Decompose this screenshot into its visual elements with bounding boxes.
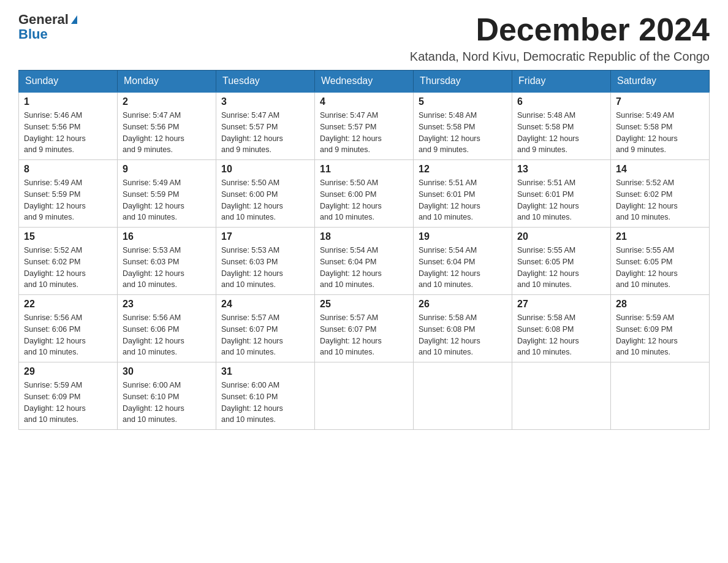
calendar-cell: 12Sunrise: 5:51 AMSunset: 6:01 PMDayligh… bbox=[414, 160, 512, 228]
day-number: 26 bbox=[419, 299, 507, 310]
day-info: Sunrise: 5:46 AMSunset: 5:56 PMDaylight:… bbox=[24, 110, 112, 156]
calendar-cell: 21Sunrise: 5:55 AMSunset: 6:05 PMDayligh… bbox=[611, 228, 710, 295]
calendar-cell: 23Sunrise: 5:56 AMSunset: 6:06 PMDayligh… bbox=[118, 295, 216, 362]
calendar-cell: 16Sunrise: 5:53 AMSunset: 6:03 PMDayligh… bbox=[118, 228, 216, 295]
calendar-week-row: 29Sunrise: 5:59 AMSunset: 6:09 PMDayligh… bbox=[19, 362, 710, 430]
day-info: Sunrise: 5:59 AMSunset: 6:09 PMDaylight:… bbox=[616, 312, 704, 358]
weekday-header-row: SundayMondayTuesdayWednesdayThursdayFrid… bbox=[19, 71, 710, 93]
day-info: Sunrise: 5:47 AMSunset: 5:57 PMDaylight:… bbox=[320, 110, 408, 156]
day-number: 11 bbox=[320, 164, 408, 175]
day-info: Sunrise: 5:56 AMSunset: 6:06 PMDaylight:… bbox=[24, 312, 112, 358]
calendar-cell bbox=[315, 362, 414, 430]
calendar-cell: 6Sunrise: 5:48 AMSunset: 5:58 PMDaylight… bbox=[512, 92, 611, 160]
day-info: Sunrise: 5:54 AMSunset: 6:04 PMDaylight:… bbox=[320, 245, 408, 291]
calendar-week-row: 1Sunrise: 5:46 AMSunset: 5:56 PMDaylight… bbox=[19, 92, 710, 160]
day-number: 12 bbox=[419, 164, 507, 175]
calendar-cell: 9Sunrise: 5:49 AMSunset: 5:59 PMDaylight… bbox=[118, 160, 216, 228]
day-number: 29 bbox=[24, 366, 112, 377]
calendar-cell: 26Sunrise: 5:58 AMSunset: 6:08 PMDayligh… bbox=[414, 295, 512, 362]
calendar-cell bbox=[611, 362, 710, 430]
day-number: 20 bbox=[517, 231, 605, 242]
day-info: Sunrise: 5:50 AMSunset: 6:00 PMDaylight:… bbox=[320, 177, 408, 223]
day-number: 6 bbox=[517, 96, 605, 107]
calendar-cell: 11Sunrise: 5:50 AMSunset: 6:00 PMDayligh… bbox=[315, 160, 414, 228]
day-number: 16 bbox=[123, 231, 211, 242]
day-number: 21 bbox=[616, 231, 704, 242]
weekday-header-wednesday: Wednesday bbox=[315, 71, 414, 93]
logo: General Blue bbox=[18, 12, 77, 42]
calendar-cell: 15Sunrise: 5:52 AMSunset: 6:02 PMDayligh… bbox=[19, 228, 118, 295]
day-number: 28 bbox=[616, 299, 704, 310]
day-info: Sunrise: 5:49 AMSunset: 5:59 PMDaylight:… bbox=[123, 177, 211, 223]
day-info: Sunrise: 6:00 AMSunset: 6:10 PMDaylight:… bbox=[123, 380, 211, 426]
day-number: 17 bbox=[221, 231, 309, 242]
day-info: Sunrise: 5:57 AMSunset: 6:07 PMDaylight:… bbox=[221, 312, 309, 358]
calendar-cell: 3Sunrise: 5:47 AMSunset: 5:57 PMDaylight… bbox=[216, 92, 315, 160]
calendar-cell: 19Sunrise: 5:54 AMSunset: 6:04 PMDayligh… bbox=[414, 228, 512, 295]
day-number: 22 bbox=[24, 299, 112, 310]
day-info: Sunrise: 5:58 AMSunset: 6:08 PMDaylight:… bbox=[419, 312, 507, 358]
day-info: Sunrise: 5:49 AMSunset: 5:59 PMDaylight:… bbox=[24, 177, 112, 223]
calendar-week-row: 8Sunrise: 5:49 AMSunset: 5:59 PMDaylight… bbox=[19, 160, 710, 228]
day-number: 10 bbox=[221, 164, 309, 175]
calendar-cell: 14Sunrise: 5:52 AMSunset: 6:02 PMDayligh… bbox=[611, 160, 710, 228]
calendar-cell: 31Sunrise: 6:00 AMSunset: 6:10 PMDayligh… bbox=[216, 362, 315, 430]
day-info: Sunrise: 5:48 AMSunset: 5:58 PMDaylight:… bbox=[517, 110, 605, 156]
day-info: Sunrise: 5:55 AMSunset: 6:05 PMDaylight:… bbox=[616, 245, 704, 291]
calendar-cell: 8Sunrise: 5:49 AMSunset: 5:59 PMDaylight… bbox=[19, 160, 118, 228]
day-number: 13 bbox=[517, 164, 605, 175]
calendar-cell: 29Sunrise: 5:59 AMSunset: 6:09 PMDayligh… bbox=[19, 362, 118, 430]
calendar-cell: 18Sunrise: 5:54 AMSunset: 6:04 PMDayligh… bbox=[315, 228, 414, 295]
day-number: 4 bbox=[320, 96, 408, 107]
calendar-cell: 27Sunrise: 5:58 AMSunset: 6:08 PMDayligh… bbox=[512, 295, 611, 362]
day-number: 7 bbox=[616, 96, 704, 107]
location-title: Katanda, Nord Kivu, Democratic Republic … bbox=[410, 50, 710, 64]
calendar-cell: 7Sunrise: 5:49 AMSunset: 5:58 PMDaylight… bbox=[611, 92, 710, 160]
day-number: 23 bbox=[123, 299, 211, 310]
calendar-cell: 22Sunrise: 5:56 AMSunset: 6:06 PMDayligh… bbox=[19, 295, 118, 362]
day-number: 3 bbox=[221, 96, 309, 107]
logo-triangle-icon bbox=[71, 15, 77, 24]
day-info: Sunrise: 5:52 AMSunset: 6:02 PMDaylight:… bbox=[24, 245, 112, 291]
day-number: 19 bbox=[419, 231, 507, 242]
weekday-header-saturday: Saturday bbox=[611, 71, 710, 93]
calendar-cell: 5Sunrise: 5:48 AMSunset: 5:58 PMDaylight… bbox=[414, 92, 512, 160]
day-number: 25 bbox=[320, 299, 408, 310]
day-number: 31 bbox=[221, 366, 309, 377]
day-info: Sunrise: 5:48 AMSunset: 5:58 PMDaylight:… bbox=[419, 110, 507, 156]
day-number: 2 bbox=[123, 96, 211, 107]
day-info: Sunrise: 5:49 AMSunset: 5:58 PMDaylight:… bbox=[616, 110, 704, 156]
day-info: Sunrise: 5:53 AMSunset: 6:03 PMDaylight:… bbox=[123, 245, 211, 291]
day-number: 9 bbox=[123, 164, 211, 175]
weekday-header-sunday: Sunday bbox=[19, 71, 118, 93]
calendar-cell: 24Sunrise: 5:57 AMSunset: 6:07 PMDayligh… bbox=[216, 295, 315, 362]
day-info: Sunrise: 5:56 AMSunset: 6:06 PMDaylight:… bbox=[123, 312, 211, 358]
calendar-cell: 30Sunrise: 6:00 AMSunset: 6:10 PMDayligh… bbox=[118, 362, 216, 430]
weekday-header-monday: Monday bbox=[118, 71, 216, 93]
day-number: 5 bbox=[419, 96, 507, 107]
calendar-cell: 17Sunrise: 5:53 AMSunset: 6:03 PMDayligh… bbox=[216, 228, 315, 295]
calendar-cell: 10Sunrise: 5:50 AMSunset: 6:00 PMDayligh… bbox=[216, 160, 315, 228]
day-number: 1 bbox=[24, 96, 112, 107]
day-number: 8 bbox=[24, 164, 112, 175]
calendar-cell bbox=[512, 362, 611, 430]
day-info: Sunrise: 5:53 AMSunset: 6:03 PMDaylight:… bbox=[221, 245, 309, 291]
weekday-header-tuesday: Tuesday bbox=[216, 71, 315, 93]
calendar-week-row: 22Sunrise: 5:56 AMSunset: 6:06 PMDayligh… bbox=[19, 295, 710, 362]
header: General Blue December 2024 Katanda, Nord… bbox=[18, 12, 710, 64]
calendar-cell: 13Sunrise: 5:51 AMSunset: 6:01 PMDayligh… bbox=[512, 160, 611, 228]
calendar-cell: 1Sunrise: 5:46 AMSunset: 5:56 PMDaylight… bbox=[19, 92, 118, 160]
day-info: Sunrise: 5:52 AMSunset: 6:02 PMDaylight:… bbox=[616, 177, 704, 223]
day-number: 15 bbox=[24, 231, 112, 242]
weekday-header-friday: Friday bbox=[512, 71, 611, 93]
day-info: Sunrise: 5:54 AMSunset: 6:04 PMDaylight:… bbox=[419, 245, 507, 291]
day-info: Sunrise: 5:47 AMSunset: 5:57 PMDaylight:… bbox=[221, 110, 309, 156]
day-number: 18 bbox=[320, 231, 408, 242]
calendar-cell: 2Sunrise: 5:47 AMSunset: 5:56 PMDaylight… bbox=[118, 92, 216, 160]
day-info: Sunrise: 5:50 AMSunset: 6:00 PMDaylight:… bbox=[221, 177, 309, 223]
logo-general-text: General bbox=[18, 12, 69, 27]
logo-blue-text: Blue bbox=[18, 27, 77, 42]
title-area: December 2024 Katanda, Nord Kivu, Democr… bbox=[410, 12, 710, 64]
day-info: Sunrise: 5:55 AMSunset: 6:05 PMDaylight:… bbox=[517, 245, 605, 291]
day-number: 27 bbox=[517, 299, 605, 310]
